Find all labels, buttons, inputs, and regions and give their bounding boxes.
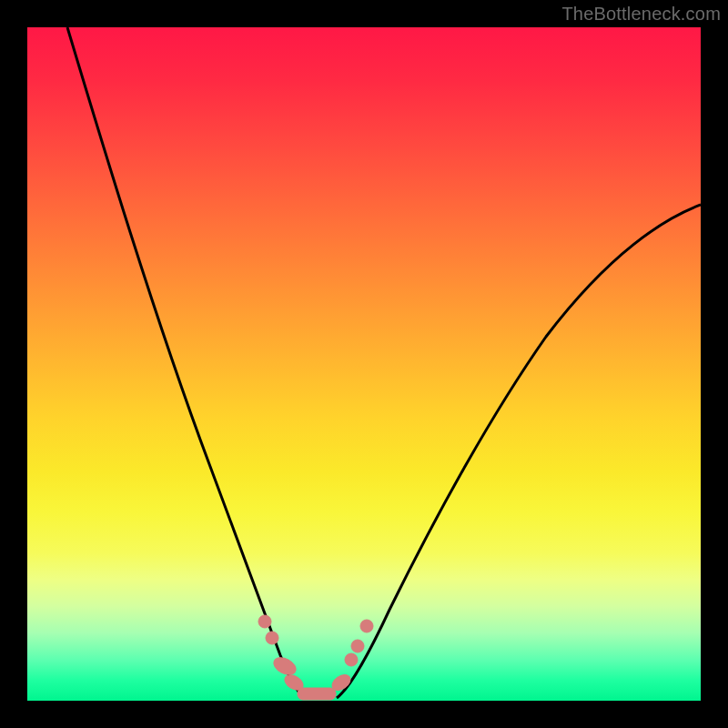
left-curve (67, 27, 305, 698)
svg-point-2 (271, 654, 298, 678)
svg-point-7 (351, 640, 364, 652)
watermark-text: TheBottleneck.com (561, 4, 721, 25)
svg-rect-4 (298, 688, 336, 700)
right-curve (337, 205, 701, 698)
svg-point-6 (345, 653, 358, 666)
svg-point-8 (360, 620, 373, 632)
curves-layer (27, 27, 701, 701)
svg-point-0 (258, 615, 271, 628)
svg-point-1 (266, 632, 278, 644)
plot-area (27, 27, 701, 701)
valley-markers (258, 615, 373, 700)
figure-frame: TheBottleneck.com (0, 0, 728, 728)
